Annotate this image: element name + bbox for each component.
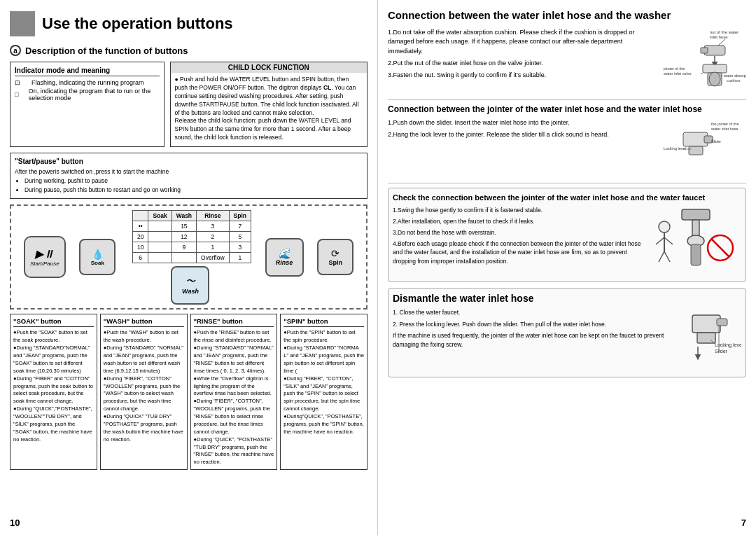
connection-svg: nut of the water inlet hose jointer of t… — [662, 28, 746, 91]
indicator-title: Indicator mode and meaning — [15, 67, 160, 76]
indicator-row-2: □ On, indicating the program that to run… — [15, 88, 160, 102]
indicator-and-childlock: Indicator mode and meaning ⊡ Flashing, i… — [10, 62, 368, 147]
svg-rect-4 — [701, 48, 708, 53]
start-pause-button[interactable]: ▶⏸ Start/Pause — [24, 236, 66, 278]
svg-line-2 — [718, 39, 725, 46]
svg-rect-6 — [703, 64, 727, 73]
chapter-header: Use the operation buttons — [10, 11, 368, 36]
bottom-buttons-section: "SOAK" button ●Push the "SOAK" button to… — [10, 314, 368, 470]
start-pause-box: "Start/pause" button After the poweris s… — [10, 153, 368, 199]
child-lock-title: CHILD LOCK FUNCTION — [171, 62, 367, 73]
divider-1 — [388, 99, 746, 100]
svg-text:nut of the water: nut of the water — [710, 30, 738, 34]
dismantle-step-2: 2. Press the locking lever. Push down th… — [393, 320, 664, 329]
connection-step-2: 2.Put the nut of the water inlet hose on… — [388, 59, 655, 69]
child-lock-box: CHILD LOCK FUNCTION ● Push and hold the … — [170, 62, 368, 147]
indicator-text-1: Flashing, indicating the running program — [31, 79, 144, 86]
svg-rect-36 — [692, 315, 720, 333]
jointer-text: 1.Push down the slider. Insert the water… — [388, 118, 655, 140]
jointer-content: 1.Push down the slider. Insert the water… — [388, 118, 746, 176]
indicator-box: Indicator mode and meaning ⊡ Flashing, i… — [10, 62, 164, 147]
rinse-desc-title: "RINSE" button — [194, 317, 274, 327]
dismantle-note: If the machine is used frequently, the j… — [393, 331, 664, 349]
soak-desc-text: ●Push the "SOAK" button to set the soak … — [13, 329, 94, 443]
svg-text:cushion.: cushion. — [727, 78, 741, 83]
spin-button[interactable]: ⟳ Spin — [317, 239, 354, 275]
soak-button[interactable]: 💧 Soak — [79, 239, 115, 275]
dismantle-diagram: Locking level Slider — [671, 308, 741, 373]
spin-desc: "SPIN" button ●Push the "SPIN" button to… — [280, 314, 368, 470]
connection-section: Connection between the water inlet hose … — [388, 8, 746, 92]
connection-content: 1.Do not take off the water absorption c… — [388, 28, 746, 92]
start-pause-title: "Start/pause" button — [15, 158, 363, 165]
soak-desc: "SOAK" button ●Push the "SOAK" button to… — [10, 314, 97, 470]
svg-point-8 — [709, 72, 720, 86]
svg-rect-24 — [682, 209, 710, 220]
jointer-title: Connection between the jointer of the wa… — [388, 104, 746, 116]
connection-title: Connection between the water inlet hose … — [388, 8, 746, 22]
wash-button[interactable]: 〜 Wash — [171, 266, 209, 305]
faucet-step-1: 1.Swing the hose gently to confirm if it… — [393, 206, 645, 215]
start-pause-text: After the poweris switched on ,press it … — [15, 167, 363, 194]
start-pause-bullets: During working, pushit to pause During p… — [24, 176, 363, 195]
wash-desc-title: "WASH" button — [104, 317, 184, 327]
faucet-title: Check the connection between the jointer… — [393, 193, 741, 202]
bullet-1: During working, pushit to pause — [24, 176, 363, 186]
svg-text:the jointer of the: the jointer of the — [711, 122, 738, 126]
dismantle-step-1: 1. Close the water faucet. — [393, 308, 664, 317]
svg-text:Slider: Slider — [715, 349, 728, 354]
child-lock-text: ● Push and hold the WATER LEVEL button a… — [175, 76, 363, 142]
jointer-diagram: the jointer of the water inlet hose Lock… — [662, 118, 746, 176]
soak-desc-title: "SOAK" button — [13, 317, 94, 327]
svg-text:Slider: Slider — [711, 139, 721, 144]
section-icon: a — [10, 45, 21, 56]
divider-2 — [388, 183, 746, 183]
svg-line-32 — [656, 237, 664, 244]
indicator-symbol-1: ⊡ — [15, 79, 29, 86]
svg-line-34 — [659, 251, 664, 262]
right-page: Connection between the water inlet hose … — [378, 0, 756, 535]
jointer-step-1: 1.Push down the slider. Insert the water… — [388, 118, 655, 128]
chapter-icon — [10, 11, 35, 36]
svg-rect-27 — [691, 244, 701, 265]
wash-desc: "WASH" button ●Push the "WASH" button to… — [100, 314, 188, 470]
faucet-step-4: 4.Before each usage please check if the … — [393, 239, 645, 266]
faucet-section: Check the connection between the jointer… — [388, 188, 746, 282]
faucet-step-3: 3.Do not bend the hose with overstrain. — [393, 228, 645, 237]
faucet-step-2: 2.After installation, open the faucet to… — [393, 217, 645, 226]
svg-text:inlet hose: inlet hose — [710, 35, 728, 39]
connection-text: 1.Do not take off the water absorption c… — [388, 28, 655, 81]
section-label: Description of the function of buttons — [25, 46, 188, 56]
page-number-left: 10 — [10, 517, 20, 528]
page-number-right: 7 — [741, 517, 746, 528]
svg-line-29 — [711, 239, 729, 257]
cycle-table: Soak Wash Rinse Spin ••1537 201225 10913 — [132, 210, 251, 263]
faucet-content: 1.Swing the hose gently to confirm if it… — [393, 206, 741, 277]
connection-step-3: 3.Fasten the nut. Swing it gently to con… — [388, 71, 655, 81]
svg-rect-18 — [689, 146, 703, 155]
rinse-button[interactable]: 🌊 Rinse — [265, 238, 304, 277]
svg-text:jointer of the: jointer of the — [663, 67, 685, 71]
left-page: Use the operation buttons a Description … — [0, 0, 378, 535]
svg-text:water inlet valve: water inlet valve — [663, 71, 691, 76]
faucet-svg — [650, 206, 741, 276]
jointer-svg: the jointer of the water inlet hose Lock… — [662, 118, 746, 174]
spin-desc-text: ●Push the "SPIN" button to set the spin … — [284, 329, 364, 436]
jointer-section: Connection between the jointer of the wa… — [388, 104, 746, 176]
wash-desc-text: ●Push the "WASH" button to set the wash … — [104, 329, 184, 443]
bullet-2: During pause, push this button to restar… — [24, 186, 363, 195]
connection-step-1: 1.Do not take off the water absorption c… — [388, 28, 655, 57]
rinse-desc-text: ●Push the "RINSE" button to set the rins… — [194, 329, 274, 466]
svg-point-30 — [659, 221, 670, 232]
dismantle-section: Dismantle the water inlet hose 1. Close … — [388, 288, 746, 377]
faucet-text: 1.Swing the hose gently to confirm if it… — [393, 206, 645, 277]
indicator-text-2: On, indicating the program that to run o… — [29, 88, 160, 102]
faucet-diagram — [650, 206, 741, 277]
dismantle-title: Dismantle the water inlet hose — [393, 293, 741, 304]
svg-text:Locking level: Locking level — [664, 146, 686, 151]
rinse-desc: "RINSE" button ●Push the "RINSE" button … — [190, 314, 278, 470]
section-title: a Description of the function of buttons — [10, 45, 368, 56]
svg-line-33 — [664, 237, 673, 244]
svg-line-35 — [664, 251, 670, 262]
chapter-title: Use the operation buttons — [42, 15, 233, 33]
